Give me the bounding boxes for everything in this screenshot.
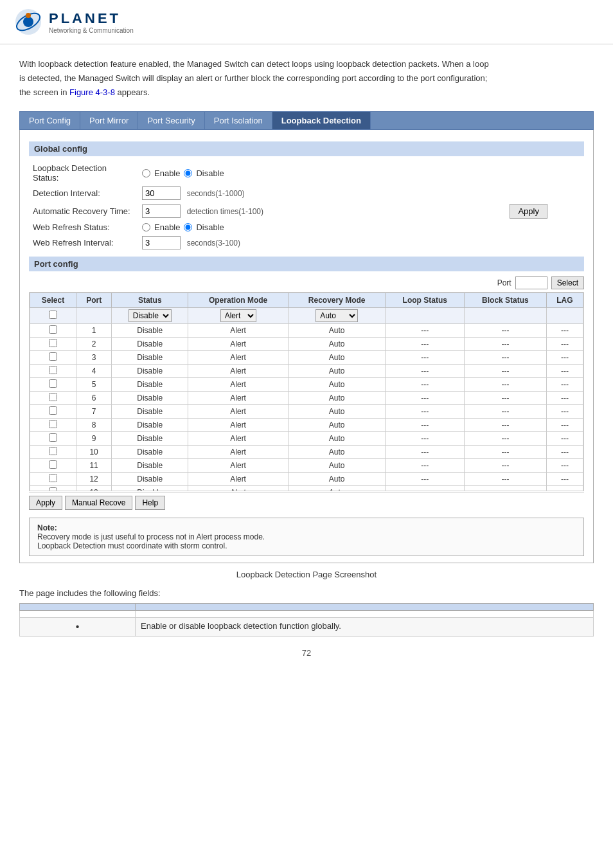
- row-checkbox[interactable]: [49, 339, 57, 347]
- row-checkbox[interactable]: [49, 433, 57, 442]
- filter-checkbox-cell[interactable]: [30, 308, 76, 324]
- row-checkbox[interactable]: [49, 352, 57, 361]
- web-refresh-enable-radio[interactable]: [142, 223, 150, 231]
- row-block-status: ---: [465, 419, 547, 432]
- row-checkbox-cell[interactable]: [30, 459, 76, 473]
- fields-intro-text: The page includes the following fields:: [19, 588, 594, 598]
- row-op-mode: Alert: [188, 486, 288, 492]
- row-loop-status: ---: [386, 338, 465, 351]
- row-checkbox[interactable]: [49, 487, 57, 491]
- intro-text2: is detected, the Managed Switch will dis…: [19, 73, 487, 83]
- tab-port-config[interactable]: Port Config: [20, 112, 80, 129]
- select-button[interactable]: Select: [551, 276, 584, 289]
- row-checkbox-cell[interactable]: [30, 378, 76, 392]
- help-button[interactable]: Help: [135, 496, 165, 510]
- row-rec-mode: Auto: [288, 459, 386, 473]
- web-refresh-status-row: Web Refresh Status: Enable Disable: [29, 221, 584, 234]
- filter-recovery-mode-dropdown[interactable]: Auto Manual: [315, 309, 358, 322]
- row-checkbox-cell[interactable]: [30, 486, 76, 492]
- row-checkbox[interactable]: [49, 393, 57, 401]
- row-checkbox-cell[interactable]: [30, 365, 76, 378]
- intro-text1: With loopback detection feature enabled,…: [19, 59, 489, 69]
- row-lag: ---: [546, 365, 583, 378]
- row-checkbox[interactable]: [49, 366, 57, 374]
- note-box: Note: Recovery mode is just useful to pr…: [29, 518, 584, 556]
- row-checkbox[interactable]: [49, 460, 57, 469]
- figure-link[interactable]: Figure 4-3-8: [69, 87, 115, 97]
- web-refresh-disable-radio[interactable]: [184, 223, 192, 231]
- port-config-table: Select Port Status Operation Mode Recove…: [30, 293, 583, 491]
- svg-point-3: [26, 13, 31, 18]
- row-rec-mode: Auto: [288, 473, 386, 486]
- row-status: Disable: [112, 473, 188, 486]
- tab-port-mirror[interactable]: Port Mirror: [80, 112, 138, 129]
- row-rec-mode: Auto: [288, 378, 386, 392]
- row-block-status: ---: [465, 405, 547, 419]
- row-checkbox-cell[interactable]: [30, 473, 76, 486]
- detection-interval-input[interactable]: [142, 186, 181, 200]
- filter-status-cell[interactable]: Disable Enable: [112, 308, 188, 324]
- logo-subtitle-label: Networking & Communication: [49, 27, 134, 34]
- row-checkbox-cell[interactable]: [30, 351, 76, 365]
- tab-port-isolation[interactable]: Port Isolation: [205, 112, 272, 129]
- row-checkbox[interactable]: [49, 379, 57, 388]
- detection-interval-hint: seconds(1-1000): [187, 189, 245, 198]
- row-status: Disable: [112, 351, 188, 365]
- row-checkbox[interactable]: [49, 474, 57, 482]
- row-op-mode: Alert: [188, 365, 288, 378]
- row-checkbox[interactable]: [49, 420, 57, 428]
- loopback-status-control: Enable Disable: [138, 161, 430, 185]
- row-checkbox-cell[interactable]: [30, 432, 76, 446]
- row-checkbox-cell[interactable]: [30, 392, 76, 405]
- select-all-checkbox[interactable]: [49, 311, 57, 319]
- row-checkbox-cell[interactable]: [30, 405, 76, 419]
- filter-status-dropdown[interactable]: Disable Enable: [129, 309, 172, 322]
- svg-point-2: [23, 17, 33, 27]
- enable-radio[interactable]: [142, 169, 150, 177]
- row-checkbox-cell[interactable]: [30, 338, 76, 351]
- page-header: PLANET Networking & Communication: [0, 0, 613, 44]
- disable-radio[interactable]: [184, 169, 192, 177]
- web-refresh-interval-input[interactable]: [142, 236, 181, 249]
- auto-recovery-hint: detection times(1-100): [187, 207, 263, 216]
- row-block-status: ---: [465, 351, 547, 365]
- global-config-section-header: Global config: [29, 141, 584, 156]
- row-port: 12: [76, 473, 112, 486]
- col-recovery-mode: Recovery Mode: [288, 293, 386, 308]
- row-op-mode: Alert: [188, 338, 288, 351]
- row-lag: ---: [546, 459, 583, 473]
- fields-row-1: • Enable or disable loopback detection f…: [20, 618, 594, 637]
- row-port: 5: [76, 378, 112, 392]
- row-checkbox-cell[interactable]: [30, 419, 76, 432]
- global-apply-button[interactable]: Apply: [510, 204, 547, 219]
- tab-loopback-detection[interactable]: Loopback Detection: [272, 112, 371, 129]
- enable-label: Enable: [154, 168, 180, 178]
- port-config-table-wrapper[interactable]: Select Port Status Operation Mode Recove…: [29, 292, 584, 491]
- row-checkbox[interactable]: [49, 447, 57, 455]
- row-loop-status: ---: [386, 378, 465, 392]
- filter-rec-mode-cell[interactable]: Auto Manual: [288, 308, 386, 324]
- port-apply-button[interactable]: Apply: [29, 496, 62, 510]
- auto-recovery-input[interactable]: [142, 204, 181, 218]
- row-lag: ---: [546, 419, 583, 432]
- row-checkbox-cell[interactable]: [30, 324, 76, 338]
- filter-operation-mode-dropdown[interactable]: Alert Block: [220, 309, 256, 322]
- tab-port-security[interactable]: Port Security: [138, 112, 204, 129]
- row-checkbox[interactable]: [49, 325, 57, 334]
- page-caption: Loopback Detection Page Screenshot: [19, 570, 594, 579]
- filter-op-mode-cell[interactable]: Alert Block: [188, 308, 288, 324]
- row-checkbox[interactable]: [49, 406, 57, 415]
- fields-row-0: [20, 611, 594, 618]
- fields-col2-header: [136, 604, 594, 611]
- manual-recover-button[interactable]: Manual Recove: [65, 496, 132, 510]
- row-checkbox-cell[interactable]: [30, 446, 76, 459]
- row-block-status: ---: [465, 392, 547, 405]
- row-port: 1: [76, 324, 112, 338]
- auto-recovery-control: detection times(1-100): [138, 202, 430, 221]
- fields-row0-col1: [20, 611, 136, 618]
- col-select: Select: [30, 293, 76, 308]
- port-number-input[interactable]: [515, 276, 547, 289]
- table-row: 7 Disable Alert Auto --- --- ---: [30, 405, 583, 419]
- web-refresh-status-label: Web Refresh Status:: [29, 221, 138, 234]
- col-block-status: Block Status: [465, 293, 547, 308]
